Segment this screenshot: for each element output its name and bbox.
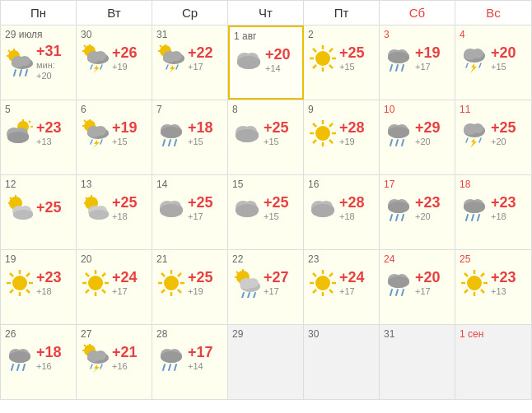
svg-point-202 — [467, 276, 482, 290]
temp-info: +20+14 — [265, 47, 291, 74]
day-cell[interactable]: 28 +17+14 — [152, 325, 228, 399]
svg-marker-227 — [93, 364, 100, 373]
temp-info: +21+16 — [112, 345, 138, 372]
day-number: 31 — [384, 328, 394, 340]
weather-icon — [156, 268, 186, 298]
day-number: 3 — [384, 29, 390, 40]
day-cell[interactable]: 24 +20+17 — [380, 250, 455, 324]
svg-line-164 — [102, 290, 105, 293]
calendar-header: ПнВтСрЧтПтСбВс — [1, 1, 531, 26]
svg-point-103 — [472, 123, 483, 133]
svg-line-183 — [242, 293, 244, 298]
weather-content: +23+13 — [5, 118, 72, 148]
temp-info: +26+19 — [112, 45, 138, 72]
svg-line-156 — [26, 273, 30, 276]
temp-high: +29 — [415, 120, 441, 137]
day-cell[interactable]: 16 +28+18 — [304, 175, 380, 249]
day-cell[interactable]: 12 +25 — [1, 175, 77, 249]
svg-line-232 — [163, 364, 165, 370]
day-cell[interactable]: 14 +25+17 — [152, 175, 228, 249]
weather-content: +23+13 — [460, 268, 527, 298]
day-number: 10 — [384, 104, 394, 115]
temp-low: +19 — [112, 62, 128, 72]
temp-info: +25 — [36, 200, 62, 216]
day-cell[interactable]: 10 +29+20 — [380, 100, 455, 174]
svg-line-90 — [313, 123, 316, 127]
day-number: 5 — [5, 104, 11, 115]
day-cell[interactable]: 30 — [304, 325, 380, 399]
temp-info: +28+18 — [339, 195, 365, 222]
temp-low: +15 — [264, 137, 279, 147]
temp-low: +17 — [415, 286, 431, 297]
day-cell[interactable]: 11 +25+20 — [455, 100, 531, 174]
day-cell[interactable]: 1 авг +20+14 — [228, 26, 304, 100]
day-cell[interactable]: 26 +18+16 — [1, 325, 77, 399]
svg-line-173 — [178, 290, 181, 293]
temp-high: +23 — [491, 270, 516, 286]
day-cell[interactable]: 27 +21+16 — [77, 325, 152, 399]
day-cell[interactable]: 7 +18+15 — [152, 100, 228, 174]
day-number: 9 — [308, 104, 314, 115]
svg-point-182 — [247, 278, 259, 288]
svg-line-7 — [14, 70, 16, 76]
weather-content: +23+18 — [460, 193, 527, 223]
day-cell[interactable]: 13 +25+18 — [77, 175, 152, 249]
temp-info: +25+17 — [188, 195, 213, 222]
svg-point-77 — [161, 127, 182, 138]
day-cell[interactable]: 30 +26+19 — [77, 26, 152, 100]
svg-point-186 — [315, 276, 330, 290]
svg-line-9 — [26, 70, 27, 76]
header-day: Чт — [228, 1, 304, 25]
day-cell[interactable]: 15 +25+15 — [228, 175, 304, 249]
day-cell[interactable]: 23 +24+17 — [304, 250, 380, 324]
day-cell[interactable]: 2 +25+15 — [304, 26, 380, 100]
day-cell[interactable]: 31 — [380, 325, 455, 399]
svg-line-157 — [10, 290, 13, 293]
day-cell[interactable]: 4 +20+15 — [455, 26, 531, 100]
svg-line-217 — [23, 364, 25, 370]
day-number: 6 — [81, 104, 86, 115]
svg-marker-73 — [93, 140, 100, 148]
svg-point-34 — [315, 51, 330, 66]
svg-line-193 — [329, 273, 333, 276]
temp-low: +16 — [112, 361, 128, 372]
day-number: 26 — [5, 328, 16, 340]
day-cell[interactable]: 22 +27+17 — [228, 250, 304, 324]
svg-line-207 — [464, 273, 468, 276]
svg-point-231 — [161, 351, 182, 363]
svg-point-167 — [164, 276, 179, 290]
day-cell[interactable]: 17 +23+20 — [380, 175, 455, 249]
temp-info: +25+20 — [491, 120, 516, 147]
day-number: 21 — [156, 253, 167, 265]
weather-icon — [5, 193, 35, 223]
weather-content: +25+17 — [156, 193, 223, 223]
day-cell[interactable]: 8 +25+15 — [228, 100, 304, 174]
temp-low: +18 — [112, 211, 128, 222]
svg-line-23 — [160, 45, 161, 47]
day-number: 16 — [308, 179, 319, 190]
day-cell[interactable]: 20 +24+17 — [77, 250, 152, 324]
day-cell[interactable]: 3 +19+17 — [380, 26, 455, 100]
temp-high: +18 — [188, 120, 213, 137]
day-number: 19 — [5, 253, 16, 265]
weather-icon — [460, 44, 489, 73]
weather-content: +29+20 — [384, 118, 450, 148]
calendar-body: 29 июля +31мин: +2030 — [1, 26, 531, 399]
day-cell[interactable]: 29 — [228, 325, 304, 399]
temp-low: +20 — [415, 211, 431, 222]
temp-low: +19 — [188, 286, 203, 297]
day-cell[interactable]: 6 +19+15 — [77, 100, 152, 174]
day-cell[interactable]: 9 +28+19 — [304, 100, 380, 174]
day-cell[interactable]: 31 +22+17 — [152, 26, 228, 100]
day-cell[interactable]: 29 июля +31мин: +20 — [1, 26, 77, 100]
day-cell[interactable]: 18 +23+18 — [455, 175, 531, 249]
weather-content: +18+16 — [5, 343, 72, 373]
day-cell[interactable]: 5 +23+13 — [1, 100, 77, 174]
day-cell[interactable]: 25 +23+13 — [455, 250, 531, 324]
weather-content: +20+17 — [384, 268, 450, 298]
day-cell[interactable]: 19 +23+18 — [1, 250, 77, 324]
day-cell[interactable]: 1 сен — [455, 325, 531, 399]
day-number: 31 — [156, 29, 167, 40]
day-cell[interactable]: 21 +25+19 — [152, 250, 228, 324]
svg-line-99 — [396, 140, 398, 146]
